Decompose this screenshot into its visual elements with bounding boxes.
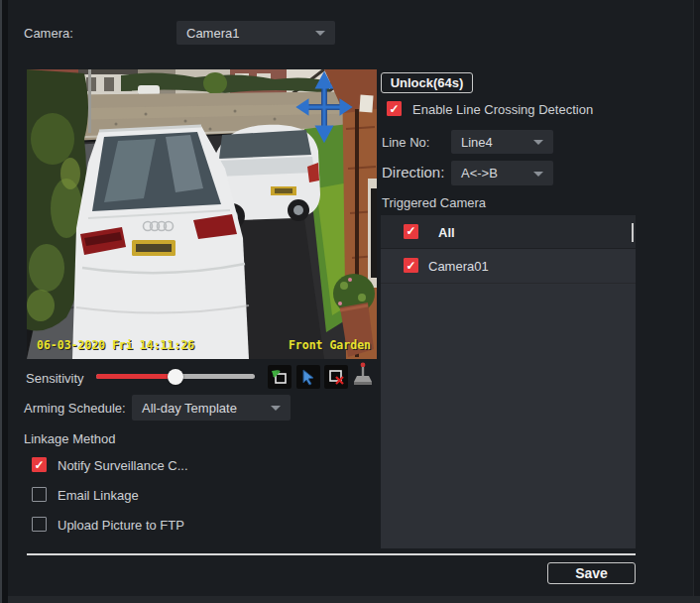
- clear-area-button[interactable]: [324, 365, 348, 389]
- line-no-value: Line4: [461, 135, 493, 150]
- draw-area-button[interactable]: [268, 365, 292, 389]
- line-crossing-detection-config-window: Camera: Camera1: [0, 0, 700, 603]
- draw-area-icon: [271, 368, 289, 386]
- window-left-groove: [2, 0, 8, 603]
- direction-select[interactable]: A<->B: [451, 161, 553, 185]
- triggered-camera-row-all[interactable]: All: [381, 215, 636, 249]
- line-no-select[interactable]: Line4: [451, 130, 553, 154]
- window-scrollbar-track[interactable]: [693, 0, 700, 603]
- chevron-down-icon: [533, 140, 543, 145]
- triggered-camera-list: All Camera01: [381, 215, 636, 548]
- arming-schedule-label: Arming Schedule:: [24, 401, 126, 416]
- chevron-down-icon: [271, 406, 281, 411]
- notify-surveillance-checkbox[interactable]: [32, 457, 47, 472]
- video-location-label: Front Garden: [289, 338, 371, 352]
- chevron-down-icon: [533, 172, 543, 177]
- video-timestamp: 06-03-2020 Fri 14:11:26: [37, 338, 194, 352]
- direction-value: A<->B: [461, 166, 498, 181]
- save-button[interactable]: Save: [547, 562, 636, 584]
- linkage-method-title: Linkage Method: [24, 431, 116, 446]
- direction-label: Direction:: [382, 164, 444, 181]
- ptz-joystick-icon: [353, 362, 373, 388]
- chevron-down-icon: [315, 31, 325, 36]
- window-bottom-edge: [8, 596, 700, 603]
- ptz-control-button[interactable]: [351, 363, 375, 387]
- select-cursor-icon: [299, 368, 317, 386]
- list-scrollbar-thumb[interactable]: [632, 223, 634, 242]
- camera01-checkbox[interactable]: [404, 258, 418, 273]
- arming-schedule-value: All-day Template: [142, 401, 237, 416]
- email-linkage-checkbox[interactable]: [32, 487, 47, 502]
- camera-label: Camera:: [24, 26, 73, 41]
- unlock-button[interactable]: Unlock(64s): [381, 72, 473, 93]
- all-label: All: [438, 224, 455, 239]
- enable-line-crossing-label: Enable Line Crossing Detection: [412, 102, 593, 117]
- video-scene: [27, 69, 377, 359]
- footer-divider: [27, 553, 636, 555]
- line-no-label: Line No:: [382, 135, 429, 150]
- email-linkage-label: Email Linkage: [58, 488, 139, 503]
- sensitivity-label: Sensitivity: [26, 371, 84, 386]
- camera-select-value: Camera1: [186, 26, 239, 41]
- select-cursor-button[interactable]: [296, 365, 320, 389]
- sensitivity-slider-thumb[interactable]: [168, 369, 183, 385]
- notify-surveillance-label: Notify Surveillance C...: [58, 458, 188, 473]
- arming-schedule-select[interactable]: All-day Template: [132, 395, 291, 421]
- triggered-camera-title: Triggered Camera: [382, 195, 486, 210]
- camera-select[interactable]: Camera1: [176, 21, 335, 45]
- video-preview[interactable]: 06-03-2020 Fri 14:11:26 Front Garden: [27, 69, 377, 359]
- upload-ftp-checkbox[interactable]: [32, 517, 47, 532]
- upload-ftp-label: Upload Picture to FTP: [58, 518, 184, 533]
- triggered-camera-row-camera01[interactable]: Camera01: [381, 249, 636, 284]
- all-checkbox[interactable]: [404, 224, 418, 239]
- camera01-label: Camera01: [428, 259, 489, 274]
- enable-line-crossing-checkbox[interactable]: [387, 101, 402, 116]
- clear-area-icon: [327, 368, 345, 386]
- sensitivity-slider[interactable]: [96, 374, 255, 379]
- sensitivity-slider-fill: [96, 374, 175, 379]
